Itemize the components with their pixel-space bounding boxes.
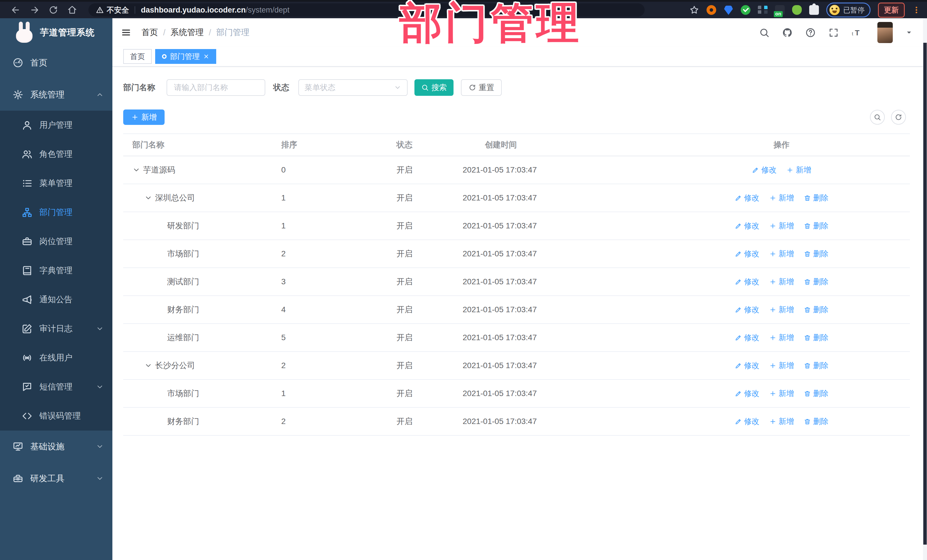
browser-profile-button[interactable]: 已暂停 [826,3,871,17]
breadcrumb-home[interactable]: 首页 [141,27,158,38]
action-add-link[interactable]: 新增 [769,332,794,343]
action-add-link[interactable]: 新增 [769,389,794,399]
fullscreen-icon[interactable] [828,27,839,38]
page-scrollbar-thumb[interactable] [923,43,927,545]
tab-close-icon[interactable] [203,53,209,59]
help-icon[interactable] [805,27,816,38]
font-size-icon[interactable]: tT [851,27,862,38]
action-delete-link[interactable]: 删除 [804,416,828,426]
action-add-link[interactable]: 新增 [769,276,794,287]
page-scrollbar[interactable] [923,18,927,560]
tree-expand-icon[interactable] [144,194,152,202]
hamburger-icon[interactable] [120,28,132,37]
avatar-caret-down-icon[interactable] [905,29,913,36]
action-delete-link[interactable]: 删除 [804,221,828,231]
status-select[interactable]: 菜单状态 [298,79,407,96]
action-label: 修改 [744,276,760,287]
extension-grid-icon[interactable] [758,5,767,15]
extension-check-icon[interactable] [741,5,751,15]
tab-home[interactable]: 首页 [123,49,152,64]
sidebar-item-online[interactable]: 在线用户 [0,343,112,372]
action-add-link[interactable]: 新增 [769,305,794,315]
sidebar-item-role[interactable]: 角色管理 [0,140,112,169]
sidebar-item-sms[interactable]: 短信管理 [0,372,112,401]
cell-sort: 2 [274,361,382,370]
action-edit-link[interactable]: 修改 [735,249,760,259]
extensions-puzzle-icon[interactable] [809,5,819,15]
action-label: 删除 [813,389,828,399]
megaphone-icon [22,294,32,305]
action-label: 新增 [779,416,794,426]
browser-back-icon[interactable] [11,5,21,15]
action-edit-link[interactable]: 修改 [735,276,760,287]
sidebar-item-post[interactable]: 岗位管理 [0,227,112,256]
browser-reload-icon[interactable] [49,5,58,15]
tab-label: 首页 [130,52,145,62]
search-button[interactable]: 搜索 [415,79,453,96]
action-add-link[interactable]: 新增 [769,249,794,259]
action-delete-link[interactable]: 删除 [804,249,828,259]
sidebar-item-infra[interactable]: 基础设施 [0,431,112,463]
dept-name-input[interactable] [167,79,265,96]
action-delete-link[interactable]: 删除 [804,305,828,315]
action-add-link[interactable]: 新增 [769,416,794,426]
action-delete-link[interactable]: 删除 [804,389,828,399]
page-content: 部门名称 状态 菜单状态 搜索 重置 新增 [112,67,923,560]
action-edit-link[interactable]: 修改 [735,360,760,371]
app-logo[interactable]: 芋道管理系统 [0,18,112,47]
url-separator [135,6,135,14]
refresh-table-button[interactable] [891,110,906,124]
tree-expand-icon[interactable] [144,361,152,370]
address-bar[interactable]: 不安全 dashboard.yudao.iocoder.cn /system/d… [88,3,644,17]
action-delete-link[interactable]: 删除 [804,276,828,287]
sidebar-item-audit[interactable]: 审计日志 [0,314,112,343]
header-search-icon[interactable] [759,27,769,38]
action-edit-link[interactable]: 修改 [735,221,760,231]
edit-icon [735,418,742,425]
extension-bot-icon[interactable] [792,5,802,15]
sidebar-item-dept[interactable]: 部门管理 [0,198,112,227]
action-edit-link[interactable]: 修改 [752,165,777,175]
action-label: 修改 [744,360,760,371]
sidebar-item-system[interactable]: 系统管理 [0,79,112,111]
breadcrumb-system[interactable]: 系统管理 [170,27,204,38]
action-edit-link[interactable]: 修改 [735,416,760,426]
action-delete-link[interactable]: 删除 [804,332,828,343]
action-add-link[interactable]: 新增 [769,221,794,231]
tree-expand-icon[interactable] [132,166,140,174]
sidebar-item-dict[interactable]: 字典管理 [0,256,112,285]
action-add-link[interactable]: 新增 [786,165,811,175]
action-edit-link[interactable]: 修改 [735,193,760,203]
browser-menu-kebab-icon[interactable] [912,5,921,15]
browser-home-icon[interactable] [67,5,77,15]
action-edit-link[interactable]: 修改 [735,389,760,399]
add-dept-button[interactable]: 新增 [123,109,164,125]
action-edit-link[interactable]: 修改 [735,332,760,343]
action-add-link[interactable]: 新增 [769,360,794,371]
briefcase-icon [22,236,32,247]
bookmark-star-icon[interactable] [689,5,699,15]
action-edit-link[interactable]: 修改 [735,305,760,315]
reset-button[interactable]: 重置 [461,79,502,96]
action-label: 删除 [813,221,828,231]
action-delete-link[interactable]: 删除 [804,193,828,203]
extension-adblock-icon[interactable]: on [775,5,785,15]
github-icon[interactable] [782,27,793,38]
sidebar-item-errcode[interactable]: 错误码管理 [0,401,112,431]
toggle-search-button[interactable] [870,110,885,124]
browser-update-button[interactable]: 更新 [878,3,905,18]
action-delete-link[interactable]: 删除 [804,360,828,371]
sidebar-menu: 首页系统管理用户管理角色管理菜单管理部门管理岗位管理字典管理通知公告审计日志在线… [0,47,112,560]
sidebar-item-notice[interactable]: 通知公告 [0,285,112,314]
not-secure-warning-icon [96,6,104,14]
sidebar-item-menu[interactable]: 菜单管理 [0,169,112,198]
tab-dept-management[interactable]: 部门管理 [155,49,216,64]
sidebar-item-user[interactable]: 用户管理 [0,111,112,140]
user-avatar[interactable] [877,22,893,43]
extension-orange-icon[interactable] [707,5,716,15]
extension-pin-icon[interactable] [723,5,733,15]
sidebar-item-home[interactable]: 首页 [0,47,112,79]
action-add-link[interactable]: 新增 [769,193,794,203]
sidebar-item-devtool[interactable]: 研发工具 [0,463,112,495]
browser-forward-icon[interactable] [30,5,40,15]
